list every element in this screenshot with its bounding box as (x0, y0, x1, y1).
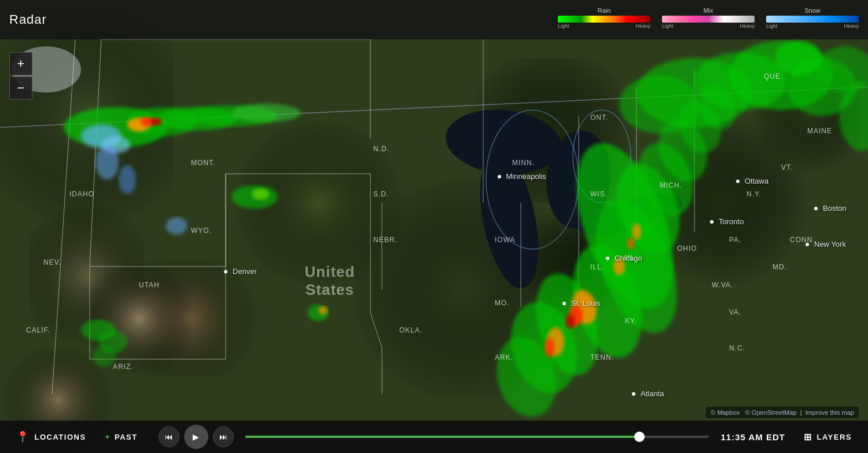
play-button[interactable]: ▶ (184, 425, 208, 449)
city-label-denver: Denver (233, 267, 257, 276)
attribution: © Mapbox © OpenStreetMap | Improve this … (706, 407, 859, 418)
city-dot-boston (814, 207, 818, 210)
snow-sublabels: Light Heavy (766, 23, 859, 29)
past-label: PAST (115, 433, 138, 441)
improve-map-link[interactable]: Improve this map (806, 409, 854, 416)
rain-label: Rain (598, 7, 611, 14)
layers-icon: ⊞ (804, 432, 812, 443)
locations-button[interactable]: 📍 LOCATIONS (9, 426, 93, 448)
city-dot-chicago (606, 257, 609, 260)
playback-controls: ⏮ ▶ ⏭ (159, 425, 234, 449)
city-label-newyork: New York (814, 240, 846, 249)
pin-icon: 📍 (16, 430, 30, 443)
timeline-progress (245, 436, 639, 438)
city-label-chicago: Chicago (615, 254, 642, 262)
city-dot-stlouis (562, 302, 566, 305)
mapbox-link[interactable]: © Mapbox (711, 409, 740, 416)
skip-back-icon: ⏮ (165, 432, 173, 441)
city-dot-toronto (710, 220, 713, 224)
snow-label: Snow (804, 7, 821, 14)
toolbar: 📍 LOCATIONS ▼ PAST ⏮ ▶ ⏭ (0, 421, 868, 453)
mix-sublabels: Light Heavy (662, 23, 755, 29)
header: Radar Rain Light Heavy Mix Light Heavy (0, 0, 868, 39)
play-icon: ▶ (193, 432, 199, 441)
time-display: 11:35 AM EDT (720, 432, 785, 442)
map-container[interactable]: Radar Rain Light Heavy Mix Light Heavy (0, 0, 868, 453)
mix-bar (662, 16, 755, 23)
locations-label: LOCATIONS (35, 433, 86, 441)
city-label-toronto: Toronto (719, 217, 744, 226)
app-title: Radar (9, 12, 47, 27)
city-label-minneapolis: Minneapolis (506, 172, 546, 181)
timeline[interactable] (245, 426, 709, 447)
past-button[interactable]: ▼ PAST (98, 428, 145, 446)
city-dot-atlanta (632, 392, 635, 396)
city-dot-minneapolis (498, 175, 501, 178)
timeline-track[interactable] (245, 436, 709, 438)
rain-legend: Rain Light Heavy (558, 7, 650, 29)
skip-forward-button[interactable]: ⏭ (213, 426, 234, 447)
legend: Rain Light Heavy Mix Light Heavy Snow (558, 7, 859, 29)
past-chevron-icon: ▼ (105, 434, 111, 440)
skip-forward-icon: ⏭ (219, 432, 227, 441)
city-dot-ottawa (736, 180, 740, 183)
city-label-atlanta: Atlanta (641, 389, 664, 398)
city-dot-newyork (806, 243, 809, 246)
zoom-controls: + − (9, 52, 32, 100)
rain-sublabels: Light Heavy (558, 23, 650, 29)
rain-bar (558, 16, 650, 23)
zoom-in-button[interactable]: + (9, 52, 32, 75)
zoom-out-button[interactable]: − (9, 76, 32, 100)
mix-legend: Mix Light Heavy (662, 7, 755, 29)
snow-legend: Snow Light Heavy (766, 7, 859, 29)
snow-bar (766, 16, 859, 23)
layers-label: LAYERS (816, 433, 852, 441)
city-label-boston: Boston (823, 204, 846, 213)
osm-link[interactable]: © OpenStreetMap (745, 409, 797, 416)
city-label-stlouis: St. Louis (571, 299, 601, 308)
mix-label: Mix (703, 7, 713, 14)
city-dot-denver (224, 270, 227, 273)
map-canvas (0, 0, 868, 453)
timeline-thumb[interactable] (634, 432, 645, 442)
layers-button[interactable]: ⊞ LAYERS (797, 427, 859, 447)
city-label-ottawa: Ottawa (745, 177, 768, 185)
skip-back-button[interactable]: ⏮ (159, 426, 179, 447)
